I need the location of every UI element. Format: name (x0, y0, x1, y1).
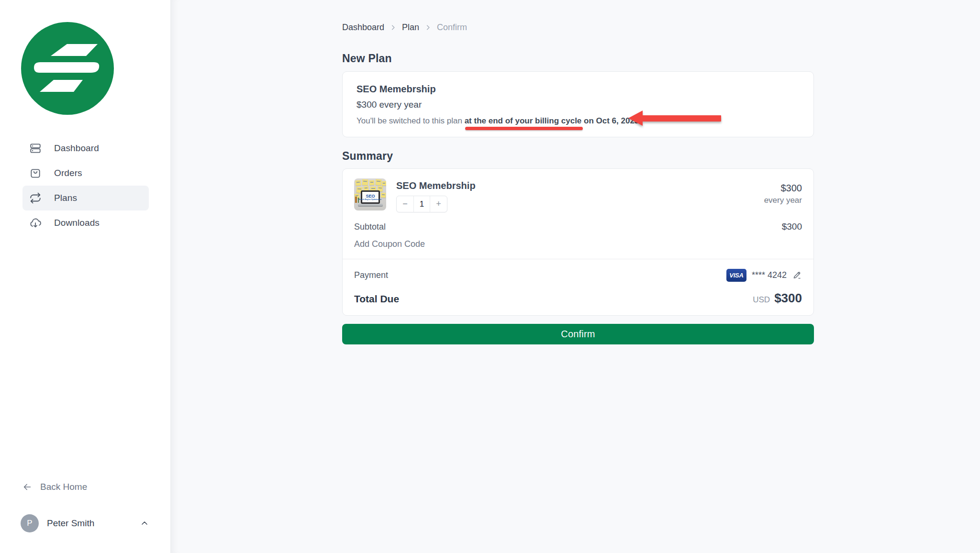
cloud-download-icon (29, 217, 42, 229)
confirm-button[interactable]: Confirm (342, 324, 814, 344)
plan-switch-note: You'll be switched to this plan at the e… (356, 116, 800, 126)
sidebar-item-label: Downloads (54, 218, 100, 228)
total-due-label: Total Due (354, 293, 399, 305)
sidebar-item-plans[interactable]: Plans (22, 186, 149, 210)
user-name: Peter Smith (47, 518, 140, 529)
sidebar: Dashboard Orders Plans (0, 0, 171, 553)
order-item-price: $300 (764, 183, 802, 194)
quantity-value[interactable]: 1 (413, 196, 430, 212)
back-home-label: Back Home (40, 482, 87, 492)
plan-note-prefix: You'll be switched to this plan (356, 116, 465, 125)
currency-code: USD (753, 295, 770, 305)
total-due-row: Total Due USD $300 (354, 291, 802, 306)
chevron-right-icon (390, 24, 397, 31)
divider (343, 259, 813, 259)
sidebar-item-downloads[interactable]: Downloads (22, 210, 149, 235)
thumbnail-seo-subtext: Search Engine Optimization (359, 199, 382, 200)
product-thumbnail: SEO Search Engine Optimization (354, 178, 386, 210)
plan-note-emphasis-underlined: at the end of your billing cycle (465, 116, 582, 125)
plan-price: $300 every year (356, 100, 800, 110)
repeat-icon (29, 192, 42, 204)
breadcrumb-dashboard[interactable]: Dashboard (342, 22, 384, 33)
quantity-stepper: − 1 + (396, 196, 447, 212)
content-column: Dashboard Plan Confirm New Plan SEO Meme… (342, 0, 814, 344)
order-item-period: every year (764, 196, 802, 205)
order-item-name: SEO Memebrship (396, 180, 754, 191)
sidebar-nav: Dashboard Orders Plans (22, 136, 149, 235)
chevron-right-icon (424, 24, 432, 31)
avatar: P (21, 514, 39, 532)
laptop-screen-decor: SEO Search Engine Optimization (361, 190, 380, 204)
laptop-base-decor (358, 204, 383, 206)
payment-row: Payment VISA **** 4242 (354, 269, 802, 282)
visa-brand-text: VISA (729, 272, 743, 279)
summary-card: SEO Search Engine Optimization SEO Memeb… (342, 168, 814, 316)
subtotal-row: Subtotal $300 (354, 221, 802, 232)
quantity-increase-button[interactable]: + (430, 196, 447, 212)
brand-logo (21, 22, 114, 115)
sidebar-spacer (0, 235, 170, 482)
summary-title: Summary (342, 150, 814, 163)
page-title: New Plan (342, 52, 814, 65)
plan-note-emphasis: on Oct 6, 2023 (581, 116, 639, 125)
thumbnail-seo-text: SEO (366, 194, 375, 199)
back-home-link[interactable]: Back Home (22, 482, 170, 492)
payment-label: Payment (354, 270, 388, 280)
brand-logo-icon (21, 22, 114, 115)
edit-payment-button[interactable] (792, 270, 802, 280)
new-plan-card: SEO Memebrship $300 every year You'll be… (342, 71, 814, 137)
sidebar-item-label: Plans (54, 193, 77, 203)
plan-name: SEO Memebrship (356, 84, 800, 95)
add-coupon-link[interactable]: Add Coupon Code (354, 239, 425, 249)
order-item-row: SEO Search Engine Optimization SEO Memeb… (354, 178, 802, 212)
pencil-cup-decor (355, 197, 357, 203)
main-area: Dashboard Plan Confirm New Plan SEO Meme… (171, 0, 980, 553)
card-last4: **** 4242 (752, 270, 787, 280)
quantity-decrease-button[interactable]: − (397, 196, 413, 212)
pencil-icon (792, 270, 802, 280)
sidebar-item-orders[interactable]: Orders (22, 161, 149, 186)
sidebar-item-dashboard[interactable]: Dashboard (22, 136, 149, 161)
sidebar-item-label: Dashboard (54, 143, 99, 154)
visa-card-icon: VISA (726, 269, 746, 282)
dashboard-icon (29, 142, 42, 155)
subtotal-label: Subtotal (354, 222, 386, 232)
breadcrumb-confirm: Confirm (437, 22, 467, 33)
shopping-bag-icon (29, 167, 42, 179)
breadcrumb-plan[interactable]: Plan (402, 22, 419, 33)
user-menu[interactable]: P Peter Smith (21, 514, 149, 532)
chevron-up-icon (140, 519, 149, 528)
subtotal-value: $300 (782, 221, 802, 232)
sidebar-item-label: Orders (54, 168, 82, 178)
arrow-left-icon (22, 482, 33, 492)
breadcrumb: Dashboard Plan Confirm (342, 22, 814, 33)
total-due-value: $300 (774, 291, 802, 306)
